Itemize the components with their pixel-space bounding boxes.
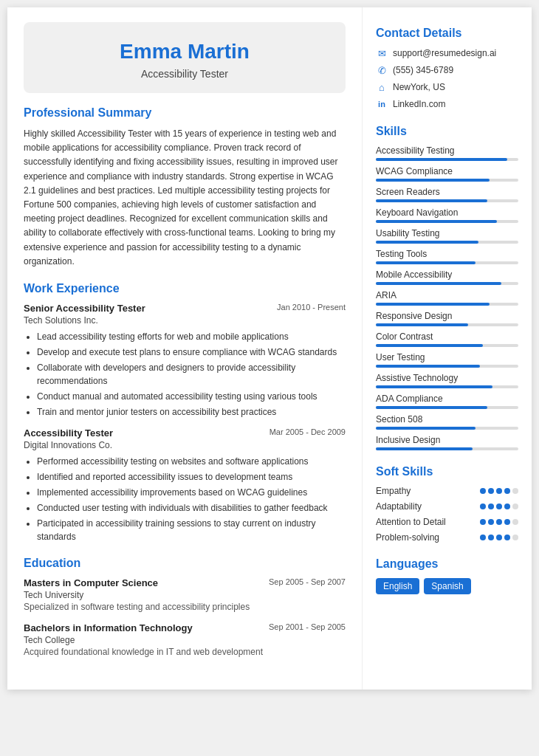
skill-name: Keyboard Navigation bbox=[376, 207, 518, 218]
dot bbox=[496, 535, 502, 540]
skill-bar-fill bbox=[376, 220, 497, 223]
job-title-1: Senior Accessibility Tester bbox=[24, 303, 145, 314]
skill-item: WCAG Compliance bbox=[376, 166, 518, 182]
language-badge: English bbox=[376, 578, 419, 594]
dot bbox=[496, 504, 502, 509]
education-title: Education bbox=[24, 557, 346, 570]
skill-bar-fill bbox=[376, 241, 478, 244]
skill-name: Color Contrast bbox=[376, 331, 518, 342]
summary-title: Professional Summary bbox=[24, 106, 346, 120]
skills-list: Accessibility Testing WCAG Compliance Sc… bbox=[376, 145, 518, 450]
skill-item: User Testing bbox=[376, 352, 518, 368]
dot bbox=[504, 519, 510, 525]
edu-school-2: Tech College bbox=[24, 635, 346, 645]
soft-skill-dots bbox=[480, 488, 518, 494]
skill-bar-bg bbox=[376, 179, 518, 182]
work-experience-title: Work Experience bbox=[24, 282, 346, 295]
languages-section: Languages EnglishSpanish bbox=[376, 557, 518, 594]
skill-name: User Testing bbox=[376, 352, 518, 362]
bullet: Lead accessibility testing efforts for w… bbox=[37, 330, 346, 343]
language-badge: Spanish bbox=[424, 578, 470, 594]
resume-container: Emma Martin Accessibility Tester Profess… bbox=[7, 7, 532, 690]
edu-degree-1: Masters in Computer Science bbox=[24, 577, 158, 588]
skill-item: Mobile Accessibility bbox=[376, 269, 518, 285]
contact-section: Contact Details ✉ support@resumedesign.a… bbox=[376, 27, 518, 110]
bullet: Performed accessibility testing on websi… bbox=[37, 455, 346, 468]
skill-bar-bg bbox=[376, 385, 518, 388]
bullet: Develop and execute test plans to ensure… bbox=[37, 346, 346, 359]
job-item-1: Senior Accessibility Tester Jan 2010 - P… bbox=[24, 303, 346, 419]
job-dates-2: Mar 2005 - Dec 2009 bbox=[270, 427, 346, 436]
contact-linkedin-value: LinkedIn.com bbox=[393, 99, 445, 109]
skill-bar-fill bbox=[376, 158, 507, 161]
skill-bar-bg bbox=[376, 261, 518, 264]
skill-item: Color Contrast bbox=[376, 331, 518, 347]
skill-item: Responsive Design bbox=[376, 311, 518, 326]
dot bbox=[480, 535, 486, 540]
skill-bar-bg bbox=[376, 158, 518, 161]
edu-item-2: Bachelors in Information Technology Sep … bbox=[24, 622, 346, 657]
soft-skill-dots bbox=[480, 519, 518, 525]
linkedin-icon: in bbox=[376, 98, 388, 110]
skill-name: Mobile Accessibility bbox=[376, 269, 518, 280]
contact-linkedin: in LinkedIn.com bbox=[376, 98, 518, 110]
edu-desc-2: Acquired foundational knowledge in IT an… bbox=[24, 647, 346, 657]
edu-dates-2: Sep 2001 - Sep 2005 bbox=[269, 622, 346, 631]
skills-section: Skills Accessibility Testing WCAG Compli… bbox=[376, 125, 518, 450]
skill-name: Testing Tools bbox=[376, 249, 518, 259]
dot bbox=[488, 504, 494, 509]
skill-bar-bg bbox=[376, 406, 518, 409]
skill-item: ARIA bbox=[376, 290, 518, 306]
skill-name: Screen Readers bbox=[376, 187, 518, 197]
skill-bar-bg bbox=[376, 365, 518, 368]
bullet: Implemented accessibility improvements b… bbox=[37, 486, 346, 499]
skill-name: Responsive Design bbox=[376, 311, 518, 321]
skill-item: Screen Readers bbox=[376, 187, 518, 202]
soft-skill-name: Attention to Detail bbox=[376, 517, 446, 527]
header-card: Emma Martin Accessibility Tester bbox=[24, 22, 346, 93]
skill-bar-fill bbox=[376, 303, 490, 306]
contact-email-value: support@resumedesign.ai bbox=[393, 48, 496, 58]
skill-name: ADA Compliance bbox=[376, 394, 518, 404]
dot bbox=[496, 519, 502, 525]
skill-bar-fill bbox=[376, 261, 476, 264]
dot bbox=[488, 519, 494, 525]
skill-bar-fill bbox=[376, 179, 490, 182]
skill-bar-fill bbox=[376, 427, 476, 430]
soft-skill-item: Attention to Detail bbox=[376, 517, 518, 527]
job-dates-1: Jan 2010 - Present bbox=[277, 303, 346, 312]
work-experience-section: Work Experience Senior Accessibility Tes… bbox=[24, 282, 346, 543]
job-company-2: Digital Innovations Co. bbox=[24, 440, 346, 450]
contact-email: ✉ support@resumedesign.ai bbox=[376, 47, 518, 59]
email-icon: ✉ bbox=[376, 47, 388, 59]
skill-bar-fill bbox=[376, 282, 501, 285]
contact-location-value: NewYork, US bbox=[393, 82, 445, 92]
skill-bar-bg bbox=[376, 220, 518, 223]
dot bbox=[488, 488, 494, 494]
languages-title: Languages bbox=[376, 557, 518, 571]
job-bullets-1: Lead accessibility testing efforts for w… bbox=[24, 330, 346, 419]
education-section: Education Masters in Computer Science Se… bbox=[24, 557, 346, 657]
skill-item: Accessibility Testing bbox=[376, 145, 518, 161]
edu-item-1: Masters in Computer Science Sep 2005 - S… bbox=[24, 577, 346, 612]
dot bbox=[480, 519, 486, 525]
skill-bar-fill bbox=[376, 385, 492, 388]
candidate-title: Accessibility Tester bbox=[38, 68, 331, 80]
bullet: Collaborate with developers and designer… bbox=[37, 361, 346, 388]
bullet: Identified and reported accessibility is… bbox=[37, 470, 346, 484]
bullet: Train and mentor junior testers on acces… bbox=[37, 405, 346, 419]
bullet: Conducted user testing with individuals … bbox=[37, 501, 346, 515]
candidate-name: Emma Martin bbox=[38, 40, 331, 63]
edu-dates-1: Sep 2005 - Sep 2007 bbox=[269, 577, 346, 586]
skill-item: Usability Testing bbox=[376, 228, 518, 244]
dot bbox=[512, 535, 518, 540]
skill-name: Usability Testing bbox=[376, 228, 518, 238]
contact-location: ⌂ NewYork, US bbox=[376, 81, 518, 93]
skill-item: Inclusive Design bbox=[376, 435, 518, 450]
edu-degree-2: Bachelors in Information Technology bbox=[24, 622, 193, 633]
bullet: Participated in accessibility training s… bbox=[37, 517, 346, 543]
dot bbox=[480, 488, 486, 494]
job-bullets-2: Performed accessibility testing on websi… bbox=[24, 455, 346, 543]
contact-title: Contact Details bbox=[376, 27, 518, 40]
edu-school-1: Tech University bbox=[24, 590, 346, 600]
